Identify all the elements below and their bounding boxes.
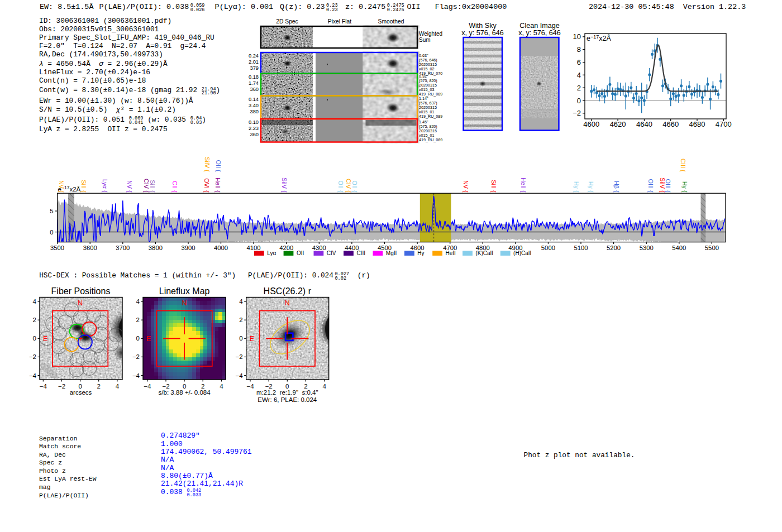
svg-text:380: 380 — [250, 109, 259, 114]
svg-text:4: 4 — [116, 383, 120, 390]
svg-text:N: N — [78, 299, 83, 307]
svg-text:0: 0 — [239, 335, 242, 342]
svg-text:−2: −2 — [132, 353, 140, 360]
svg-text:4640: 4640 — [636, 120, 652, 128]
svg-text:4: 4 — [577, 71, 581, 79]
svg-text:0: 0 — [50, 229, 53, 236]
svg-text:E: E — [146, 335, 151, 343]
svg-text:3600: 3600 — [83, 245, 97, 251]
svg-text:NV {: NV { — [58, 180, 65, 193]
svg-text:0.14: 0.14 — [249, 97, 259, 102]
svg-text:4200: 4200 — [279, 245, 293, 251]
svg-text:5000: 5000 — [541, 245, 555, 251]
svg-text:4300: 4300 — [312, 245, 326, 251]
svg-text:3900: 3900 — [181, 245, 195, 251]
svg-text:N: N — [182, 299, 187, 307]
svg-text:10: 10 — [573, 32, 581, 41]
svg-text:2D Spec: 2D Spec — [276, 18, 298, 25]
svg-text:(K)CaII: (K)CaII — [475, 250, 493, 256]
svg-text:Pixel Flat: Pixel Flat — [328, 18, 351, 25]
svg-text:HSC(26.2) r: HSC(26.2) r — [264, 286, 312, 296]
svg-text:379: 379 — [250, 65, 259, 71]
svg-text:2: 2 — [239, 317, 242, 323]
svg-text:Clean Image: Clean Image — [519, 22, 559, 30]
svg-text:−2: −2 — [573, 109, 581, 117]
svg-text:NV {: NV { — [462, 180, 469, 193]
svg-text:−4: −4 — [144, 383, 151, 390]
svg-text:360: 360 — [250, 87, 259, 92]
svg-text:arcsecs: arcsecs — [70, 389, 92, 396]
svg-text:8: 8 — [577, 45, 581, 54]
svg-text:OII {: OII { — [351, 180, 358, 192]
svg-text:−2: −2 — [29, 353, 36, 360]
svg-text:−2: −2 — [236, 353, 243, 360]
svg-text:4: 4 — [33, 298, 37, 305]
svg-text:SiIV {: SiIV { — [659, 178, 666, 193]
svg-text:0.24: 0.24 — [249, 53, 259, 59]
svg-text:Hγ {: Hγ { — [588, 181, 594, 193]
svg-text:4680: 4680 — [689, 120, 705, 128]
svg-text:With Sky: With Sky — [469, 22, 497, 30]
svg-text:−4: −4 — [40, 383, 47, 390]
svg-text:OII: OII — [297, 250, 304, 256]
svg-text:5300: 5300 — [640, 245, 654, 251]
svg-text:HeII {: HeII { — [520, 178, 527, 193]
svg-text:OIII {: OIII { — [647, 179, 654, 192]
svg-text:4600: 4600 — [583, 120, 599, 128]
svg-text:Fiber Positions: Fiber Positions — [51, 286, 111, 296]
svg-text:4: 4 — [220, 383, 223, 390]
svg-text:5400: 5400 — [672, 245, 686, 251]
svg-text:CIV {: CIV { — [143, 179, 150, 193]
svg-text:CIII {: CIII { — [680, 159, 686, 172]
svg-text:Sum: Sum — [419, 37, 431, 43]
svg-text:5500: 5500 — [705, 245, 719, 251]
svg-text:HeII {: HeII { — [214, 178, 221, 193]
svg-text:0: 0 — [33, 335, 36, 342]
svg-text:E: E — [250, 335, 254, 343]
svg-text:−2: −2 — [58, 383, 65, 390]
svg-text:Smoothed: Smoothed — [378, 18, 404, 25]
svg-text:NV {: NV { — [126, 180, 133, 193]
svg-text:MgII: MgII — [386, 250, 397, 256]
svg-text:Lineflux Map: Lineflux Map — [159, 286, 210, 296]
svg-text:4700: 4700 — [716, 120, 732, 128]
svg-text:(H)CaII: (H)CaII — [513, 250, 531, 256]
svg-text:4660: 4660 — [662, 120, 679, 128]
svg-text:Hγ {: Hγ { — [573, 181, 580, 193]
svg-text:−4: −4 — [29, 372, 37, 379]
svg-text:EWr: 6, PLAE: 0.024: EWr: 6, PLAE: 0.024 — [258, 396, 317, 403]
svg-text:4000: 4000 — [214, 245, 228, 251]
svg-text:0: 0 — [577, 97, 581, 105]
svg-text:3700: 3700 — [116, 245, 130, 251]
svg-text:HeII: HeII — [446, 250, 456, 256]
svg-text:Hγ: Hγ — [417, 250, 424, 256]
svg-text:−4: −4 — [236, 372, 244, 379]
svg-text:SiII {: SiII { — [80, 180, 87, 193]
svg-text:4620: 4620 — [610, 120, 626, 128]
svg-text:5200: 5200 — [607, 245, 621, 251]
svg-text:Hβ {: Hβ { — [613, 181, 620, 193]
svg-text:2.01: 2.01 — [249, 59, 259, 65]
svg-text:3800: 3800 — [149, 245, 163, 251]
svg-text:2.23: 2.23 — [249, 126, 259, 131]
svg-text:4100: 4100 — [247, 245, 261, 251]
svg-text:Lyα {: Lyα { — [102, 179, 108, 193]
svg-text:2: 2 — [97, 383, 100, 390]
svg-text:1.74: 1.74 — [249, 80, 259, 86]
svg-text:Weighted: Weighted — [419, 31, 442, 37]
svg-text:360: 360 — [250, 132, 259, 137]
svg-text:CIV: CIV — [327, 250, 336, 256]
svg-text:3.40: 3.40 — [249, 103, 259, 108]
svg-text:x, y: 576, 646: x, y: 576, 646 — [461, 29, 504, 37]
svg-text:−4: −4 — [132, 372, 140, 379]
svg-text:s/b: 3.88 +/- 0.084: s/b: 3.88 +/- 0.084 — [159, 389, 211, 396]
svg-text:2: 2 — [577, 84, 581, 92]
svg-text:CII {: CII { — [171, 181, 178, 193]
svg-text:Hγ {: Hγ { — [681, 181, 688, 193]
svg-text:SiII {: SiII { — [149, 180, 156, 193]
svg-text:OII {: OII { — [215, 160, 222, 171]
svg-text:SiII {: SiII { — [490, 180, 497, 193]
svg-text:4: 4 — [322, 383, 326, 390]
svg-text:CIII: CIII — [356, 250, 365, 256]
svg-text:OII {: OII { — [337, 180, 344, 192]
